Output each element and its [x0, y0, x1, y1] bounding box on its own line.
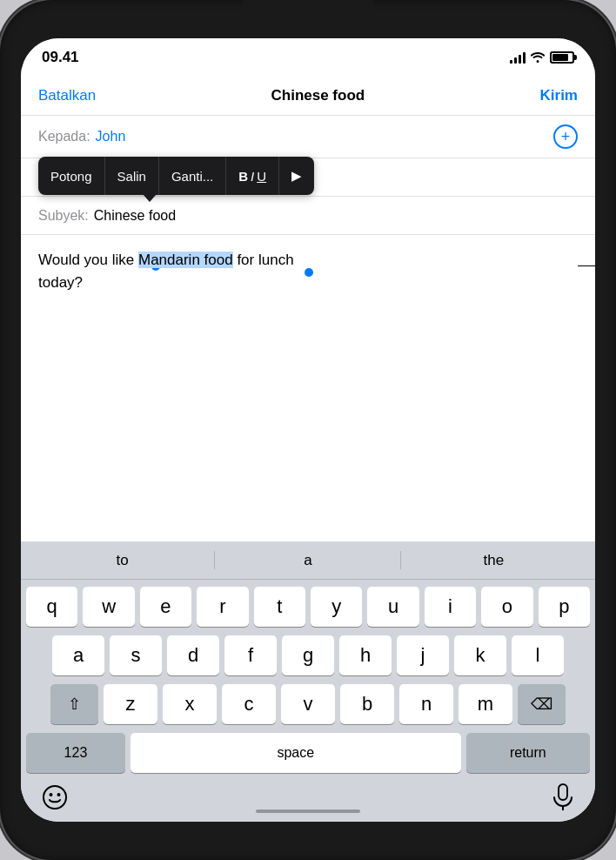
key-m[interactable]: m [459, 684, 512, 724]
phone-screen: 09.41 [21, 38, 595, 822]
phone-frame: 09.41 [0, 0, 616, 860]
toolbar-caret [143, 194, 157, 202]
key-f[interactable]: f [224, 635, 277, 675]
selected-text[interactable]: Mandarin food [138, 252, 233, 268]
key-h[interactable]: h [339, 635, 392, 675]
cursor-handle-right [305, 268, 313, 277]
key-w[interactable]: w [83, 587, 134, 627]
key-a[interactable]: a [52, 635, 104, 675]
keyboard-area: to a the q w e r t y u i o p [21, 541, 595, 822]
format-button[interactable]: B I U [226, 157, 279, 195]
body-spacer [21, 322, 595, 541]
key-row-3: ⇧ z x c v b n m ⌫ [26, 684, 590, 724]
key-r[interactable]: r [197, 587, 248, 627]
selection-toolbar: Potong Salin Ganti... B I U ▶ [38, 157, 314, 195]
body-text-before: Would you like [38, 252, 138, 268]
send-button[interactable]: Kirim [540, 87, 578, 104]
key-row-4: 123 space return [26, 733, 590, 773]
predictive-item-3[interactable]: the [401, 545, 586, 576]
callout-line [578, 265, 595, 266]
key-row-2: a s d f g h j k l [26, 635, 590, 675]
svg-rect-3 [559, 784, 567, 800]
svg-point-2 [57, 793, 61, 796]
key-v[interactable]: v [281, 684, 335, 724]
predictive-bar: to a the [21, 541, 595, 580]
subject-value[interactable]: Chinese food [94, 208, 578, 224]
status-bar: 09.41 [21, 38, 595, 77]
signal-icon [510, 51, 526, 64]
key-p[interactable]: p [539, 587, 590, 627]
key-t[interactable]: t [254, 587, 305, 627]
svg-point-1 [50, 793, 53, 796]
to-row: Kepada: John + [21, 116, 595, 158]
email-compose: Batalkan Chinese food Kirim Kepada: John… [21, 77, 595, 235]
key-o[interactable]: o [481, 587, 532, 627]
key-c[interactable]: c [222, 684, 276, 724]
signal-bar-1 [510, 60, 512, 64]
space-key[interactable]: space [131, 733, 461, 773]
key-e[interactable]: e [140, 587, 191, 627]
battery-fill [552, 54, 568, 61]
shift-key[interactable]: ⇧ [50, 684, 98, 724]
key-j[interactable]: j [397, 635, 449, 675]
predictive-item-2[interactable]: a [215, 545, 400, 576]
italic-icon: I [251, 169, 254, 184]
key-k[interactable]: k [454, 635, 506, 675]
status-icons [510, 50, 574, 65]
return-key[interactable]: return [466, 733, 590, 773]
key-u[interactable]: u [367, 587, 418, 627]
bold-icon: B [238, 169, 248, 184]
replace-button[interactable]: Ganti... [159, 157, 226, 195]
titik-ambil-callout: Titik ambil [578, 256, 595, 276]
key-x[interactable]: x [163, 684, 217, 724]
compose-title: Chinese food [271, 87, 365, 104]
key-z[interactable]: z [104, 684, 157, 724]
key-q[interactable]: q [26, 587, 77, 627]
key-n[interactable]: n [399, 684, 453, 724]
body-text: Would you like Mandarin food for lunchto… [38, 249, 578, 286]
home-indicator[interactable] [256, 810, 360, 813]
compose-header: Batalkan Chinese food Kirim [21, 77, 595, 116]
add-recipient-button[interactable]: + [553, 124, 578, 149]
cancel-button[interactable]: Batalkan [38, 87, 96, 104]
underline-icon: U [257, 169, 266, 184]
key-row-1: q w e r t y u i o p [26, 587, 590, 627]
more-format-button[interactable]: ▶ [279, 157, 314, 195]
key-d[interactable]: d [167, 635, 219, 675]
numbers-key[interactable]: 123 [26, 733, 125, 773]
copy-button[interactable]: Salin [105, 157, 159, 195]
signal-bar-4 [523, 52, 526, 64]
svg-point-0 [44, 786, 66, 809]
key-i[interactable]: i [425, 587, 476, 627]
to-label: Kepada: [38, 129, 90, 144]
keyboard-bottom-bar [21, 776, 595, 822]
battery-icon [550, 51, 574, 64]
notch [243, 0, 373, 24]
predictive-item-1[interactable]: to [30, 545, 215, 576]
key-l[interactable]: l [512, 635, 564, 675]
subject-row: Subyek: Chinese food Potong Salin Ganti.… [21, 197, 595, 235]
signal-bar-3 [519, 55, 521, 64]
emoji-button[interactable] [42, 784, 68, 814]
backspace-key[interactable]: ⌫ [518, 684, 566, 724]
status-time: 09.41 [42, 49, 79, 66]
email-body[interactable]: Would you like Mandarin food for lunchto… [21, 235, 595, 322]
key-g[interactable]: g [282, 635, 334, 675]
subject-label: Subyek: [38, 208, 89, 224]
to-value[interactable]: John [96, 129, 553, 144]
signal-bar-2 [514, 57, 517, 64]
key-b[interactable]: b [340, 684, 394, 724]
cut-button[interactable]: Potong [38, 157, 105, 195]
key-y[interactable]: y [311, 587, 362, 627]
keyboard-rows: q w e r t y u i o p a s d f g [21, 580, 595, 776]
wifi-icon [531, 50, 545, 65]
microphone-button[interactable] [552, 783, 574, 815]
key-s[interactable]: s [110, 635, 162, 675]
